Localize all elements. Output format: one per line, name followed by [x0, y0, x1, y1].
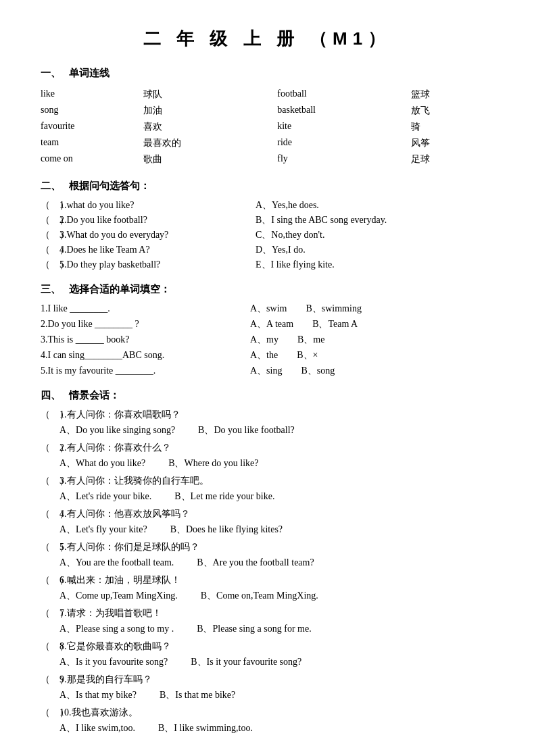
word-match-row: come on 歌曲 fly 足球	[41, 151, 493, 168]
fill-question: 1.I like ________.	[41, 303, 250, 314]
word-mid: 最喜欢的	[143, 135, 277, 151]
sit-bracket: （ ）	[41, 508, 59, 520]
sit-bracket: （ ）	[41, 607, 59, 620]
sit-bracket: （ ）	[41, 707, 59, 719]
sit-context: 4.有人问你：他喜欢放风筝吗？	[59, 508, 190, 520]
sit-option-a: A、I like swim,too.	[59, 722, 135, 734]
word-left: like	[41, 86, 143, 103]
word-left: come on	[41, 151, 143, 168]
question-text: 5.Do they play basketball?	[59, 259, 256, 270]
word-left: team	[41, 135, 143, 151]
word-right: fly	[277, 151, 411, 168]
word-right: kite	[277, 119, 411, 135]
fill-options: A、swim B、swimming	[250, 303, 493, 315]
word-right: football	[277, 86, 411, 103]
word-far: 篮球	[411, 86, 493, 103]
match-row: （ ） 1.what do you like? A、Yes,he does.	[41, 199, 493, 211]
sit-context: 10.我也喜欢游泳。	[59, 707, 138, 719]
situation-item: （ ） 8.它是你最喜欢的歌曲吗？ A、Is it you favourite …	[41, 640, 493, 668]
situation-item: （ ） 9.那是我的自行车吗？ A、Is that my bike? B、Is …	[41, 674, 493, 701]
word-mid: 歌曲	[143, 151, 277, 168]
sit-option-a: A、Is that my bike?	[59, 689, 137, 701]
sit-context: 5.有人问你：你们是足球队的吗？	[59, 541, 199, 553]
word-match-row: like 球队 football 篮球	[41, 86, 493, 103]
sit-option-a: A、Please sing a song to my .	[59, 623, 174, 635]
situation-items: （ ） 1.有人问你：你喜欢唱歌吗？ A、Do you like singing…	[41, 409, 493, 734]
match-questions: （ ） 1.what do you like? A、Yes,he does. （…	[41, 199, 493, 271]
sit-bracket: （ ）	[41, 409, 59, 421]
section-2: 二、 根据问句选答句： （ ） 1.what do you like? A、Ye…	[41, 180, 493, 271]
word-match-row: song 加油 basketball 放飞	[41, 103, 493, 119]
word-left: favourite	[41, 119, 143, 135]
sit-option-b: B、Please sing a song for me.	[197, 623, 312, 635]
sit-context: 7.请求：为我唱首歌吧！	[59, 607, 162, 620]
situation-item: （ ） 10.我也喜欢游泳。 A、I like swim,too. B、I li…	[41, 707, 493, 734]
word-far: 风筝	[411, 135, 493, 151]
answer-text: A、Yes,he does.	[256, 199, 319, 211]
fill-options: A、A team B、Team A	[250, 318, 493, 330]
sit-option-a: A、Let's fly your kite?	[59, 524, 147, 536]
s3-number: 三、	[41, 283, 61, 296]
match-row: （ ） 5.Do they play basketball? E、I like …	[41, 259, 493, 271]
sit-context: 6.喊出来：加油，明星球队！	[59, 574, 180, 586]
sit-context: 2.有人问你：你喜欢什么？	[59, 442, 171, 454]
section-4: 四、 情景会话： （ ） 1.有人问你：你喜欢唱歌吗？ A、Do you lik…	[41, 389, 493, 734]
sit-option-a: A、Come up,Team MingXing.	[59, 590, 178, 602]
sit-option-b: B、Let me ride your bike.	[174, 490, 274, 503]
fill-items: 1.I like ________. A、swim B、swimming 2.D…	[41, 303, 493, 377]
fill-question: 2.Do you like ________ ?	[41, 319, 250, 330]
fill-options: A、the B、×	[250, 349, 493, 361]
word-mid: 喜欢	[143, 119, 277, 135]
word-far: 放飞	[411, 103, 493, 119]
sit-option-a: A、Let's ride your bike.	[59, 490, 151, 503]
sit-bracket: （ ）	[41, 640, 59, 653]
bracket: （ ）	[41, 199, 59, 211]
s4-title: 情景会话：	[69, 389, 120, 402]
s4-number: 四、	[41, 389, 61, 402]
sit-bracket: （ ）	[41, 541, 59, 553]
match-row: （ ） 3.What do you do everyday? C、No,they…	[41, 229, 493, 241]
sit-bracket: （ ）	[41, 574, 59, 586]
sit-option-a: A、You are the football team.	[59, 557, 174, 569]
situation-item: （ ） 5.有人问你：你们是足球队的吗？ A、You are the footb…	[41, 541, 493, 569]
situation-item: （ ） 1.有人问你：你喜欢唱歌吗？ A、Do you like singing…	[41, 409, 493, 436]
sit-context: 3.有人问你：让我骑你的自行车吧。	[59, 475, 209, 487]
sit-context: 8.它是你最喜欢的歌曲吗？	[59, 640, 171, 653]
fill-row: 3.This is ______ book? A、my B、me	[41, 334, 493, 346]
bracket: （ ）	[41, 214, 59, 226]
page-title: 二 年 级 上 册 （M1）	[41, 27, 493, 51]
bracket: （ ）	[41, 259, 59, 271]
sit-option-a: A、Do you like singing song?	[59, 424, 175, 436]
fill-question: 3.This is ______ book?	[41, 334, 250, 345]
word-right: basketball	[277, 103, 411, 119]
question-text: 4.Does he like Team A?	[59, 245, 256, 255]
sit-option-a: A、What do you like?	[59, 457, 145, 470]
sit-option-b: B、Does he like flying kites?	[170, 524, 283, 536]
section-3: 三、 选择合适的单词填空： 1.I like ________. A、swim …	[41, 283, 493, 377]
answer-text: B、I sing the ABC song everyday.	[256, 214, 387, 226]
match-row: （ ） 4.Does he like Team A? D、Yes,I do.	[41, 244, 493, 256]
word-mid: 球队	[143, 86, 277, 103]
bracket: （ ）	[41, 229, 59, 241]
sit-context: 9.那是我的自行车吗？	[59, 674, 152, 686]
sit-option-b: B、Is it your favourite song?	[191, 656, 301, 668]
fill-options: A、my B、me	[250, 334, 493, 346]
fill-row: 1.I like ________. A、swim B、swimming	[41, 303, 493, 315]
situation-item: （ ） 4.有人问你：他喜欢放风筝吗？ A、Let's fly your kit…	[41, 508, 493, 536]
word-mid: 加油	[143, 103, 277, 119]
word-far: 骑	[411, 119, 493, 135]
situation-item: （ ） 6.喊出来：加油，明星球队！ A、Come up,Team MingXi…	[41, 574, 493, 602]
word-right: ride	[277, 135, 411, 151]
sit-bracket: （ ）	[41, 475, 59, 487]
word-match-row: team 最喜欢的 ride 风筝	[41, 135, 493, 151]
word-match-table: like 球队 football 篮球 song 加油 basketball 放…	[41, 86, 493, 168]
question-text: 3.What do you do everyday?	[59, 230, 256, 241]
sit-option-b: B、Where do you like?	[168, 457, 258, 470]
question-text: 2.Do you like football?	[59, 215, 256, 226]
sit-option-b: B、Are you the football team?	[197, 557, 314, 569]
word-match-row: favourite 喜欢 kite 骑	[41, 119, 493, 135]
sit-bracket: （ ）	[41, 442, 59, 454]
s3-title: 选择合适的单词填空：	[69, 283, 170, 296]
situation-item: （ ） 2.有人问你：你喜欢什么？ A、What do you like? B、…	[41, 442, 493, 470]
bracket: （ ）	[41, 244, 59, 256]
